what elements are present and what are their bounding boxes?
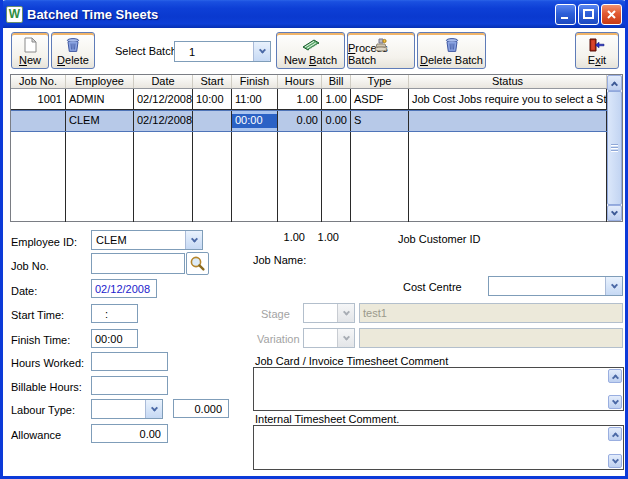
scrollbar-thumb[interactable] [607,91,622,205]
titlebar[interactable]: W Batched Time Sheets [0,0,628,28]
cell-hours[interactable]: 1.00 [278,89,322,110]
employee-id-dropdown[interactable]: CLEM [91,230,203,250]
table-row[interactable]: 1001 ADMIN 02/12/2008 10:00 11:00 1.00 1… [11,89,607,110]
grid-vertical-scrollbar[interactable] [607,75,622,221]
date-label: Date: [11,285,37,297]
finish-time-label: Finish Time: [11,334,70,346]
bill-total: 1.00 [309,231,339,243]
delete-batch-button-label: Delete Batch [420,54,483,66]
process-batch-icon [373,37,389,53]
variation-value-field [359,328,623,348]
chevron-down-icon[interactable] [145,400,162,418]
stage-value-field: test1 [359,303,623,323]
hours-worked-input[interactable] [91,352,168,371]
cell-status[interactable] [409,111,607,131]
new-batch-button-label: New Batch [284,54,337,66]
new-document-icon [22,37,38,53]
labour-rate-input[interactable] [173,399,229,418]
cell-date[interactable]: 02/12/2008 [134,89,193,110]
internal-comment-label: Internal Timesheet Comment. [255,413,399,425]
maximize-button[interactable] [578,4,599,25]
cell-type[interactable]: ASDF [351,89,409,110]
chevron-down-icon[interactable] [605,277,622,295]
comment2-scroll-down-button[interactable] [608,454,622,468]
cell-job-no[interactable] [11,111,66,131]
cell-hours[interactable]: 0.00 [278,111,322,131]
allowance-input[interactable] [91,424,168,443]
cost-centre-dropdown[interactable] [488,276,623,296]
job-card-comment-textarea[interactable] [253,367,624,411]
delete-batch-button[interactable]: Delete Batch [417,32,486,69]
job-name-label: Job Name: [253,254,306,266]
job-no-label: Job No. [11,260,49,272]
variation-dropdown [303,328,355,348]
cell-start[interactable]: 10:00 [193,89,232,110]
cell-finish[interactable]: 11:00 [232,89,278,110]
delete-button-label: Delete [57,54,89,66]
new-batch-icon [300,37,322,52]
window-title: Batched Time Sheets [27,7,158,22]
column-header-bill[interactable]: Bill [322,75,351,88]
column-header-status[interactable]: Status [409,75,607,88]
hours-worked-label: Hours Worked: [11,357,84,369]
scroll-down-button[interactable] [607,205,622,221]
new-button[interactable]: New [11,32,49,69]
magnifier-icon [189,255,206,272]
column-header-finish[interactable]: Finish [232,75,278,88]
chevron-down-icon[interactable] [253,42,270,61]
labour-type-dropdown[interactable] [91,399,163,419]
cell-bill[interactable]: 1.00 [322,89,351,110]
close-button[interactable] [601,4,622,25]
cell-employee[interactable]: CLEM [66,111,134,131]
stage-label: Stage [261,308,290,320]
date-input[interactable] [91,279,157,298]
maximize-icon [583,9,594,20]
job-no-input[interactable] [91,253,185,274]
allowance-label: Allowance [11,429,61,441]
comment2-scroll-up-button[interactable] [608,427,622,441]
close-icon [606,9,617,20]
finish-time-input[interactable] [91,329,138,348]
trash-icon [444,37,460,53]
cell-date[interactable]: 02/12/2008 [134,111,193,131]
exit-button[interactable]: Exit [575,32,619,69]
process-batch-button[interactable]: Process Batch [347,32,415,69]
table-row-selected[interactable]: CLEM 02/12/2008 00:00 0.00 0.00 S [11,110,607,132]
start-time-label: Start Time: [11,309,64,321]
cell-status[interactable]: Job Cost Jobs require you to select a St… [409,89,607,110]
cell-finish-selected[interactable]: 00:00 [232,111,278,131]
column-header-hours[interactable]: Hours [278,75,322,88]
select-batch-dropdown[interactable]: 1 [174,41,271,62]
new-batch-button[interactable]: New Batch [276,32,345,69]
delete-button[interactable]: Delete [51,32,95,69]
job-customer-id-label: Job Customer ID [398,233,481,245]
cell-start[interactable] [193,111,232,131]
column-header-type[interactable]: Type [351,75,409,88]
column-header-date[interactable]: Date [134,75,193,88]
cell-job-no[interactable]: 1001 [11,89,66,110]
cell-type[interactable]: S [351,111,409,131]
billable-hours-input[interactable] [91,376,168,395]
minimize-button[interactable] [555,4,576,25]
exit-door-icon [588,37,606,53]
scroll-up-button[interactable] [607,75,622,91]
cell-employee[interactable]: ADMIN [66,89,134,110]
chevron-down-icon [337,329,354,347]
batched-time-sheets-window: W Batched Time Sheets New Delete [0,0,628,479]
column-header-job-no[interactable]: Job No. [11,75,66,88]
chevron-down-icon [337,304,354,322]
job-search-button[interactable] [186,252,209,275]
employee-id-value: CLEM [92,234,185,246]
app-logo-icon: W [6,6,23,23]
hours-total: 1.00 [277,231,305,243]
column-header-start[interactable]: Start [193,75,232,88]
start-time-input[interactable] [91,304,138,323]
internal-comment-textarea[interactable] [253,425,624,470]
billable-hours-label: Billable Hours: [11,381,82,393]
comment1-scroll-up-button[interactable] [608,369,622,383]
chevron-down-icon[interactable] [185,231,202,249]
cell-bill[interactable]: 0.00 [322,111,351,131]
column-header-employee[interactable]: Employee [66,75,134,88]
cost-centre-label: Cost Centre [403,281,462,293]
comment1-scroll-down-button[interactable] [608,395,622,409]
